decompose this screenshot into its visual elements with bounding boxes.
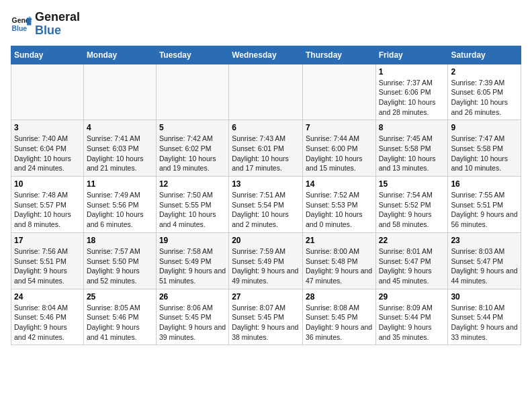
- day-cell: 23Sunrise: 8:03 AM Sunset: 5:47 PM Dayli…: [448, 232, 521, 289]
- day-number: 24: [14, 292, 81, 302]
- day-number: 23: [451, 236, 518, 245]
- day-cell: 25Sunrise: 8:05 AM Sunset: 5:46 PM Dayli…: [83, 289, 156, 345]
- day-info: Sunrise: 7:37 AM Sunset: 6:06 PM Dayligh…: [379, 78, 445, 118]
- day-number: 17: [14, 236, 81, 245]
- day-cell: 16Sunrise: 7:55 AM Sunset: 5:51 PM Dayli…: [448, 177, 521, 233]
- day-cell: 27Sunrise: 8:07 AM Sunset: 5:45 PM Dayli…: [229, 289, 303, 345]
- day-cell: 9Sunrise: 7:47 AM Sunset: 5:58 PM Daylig…: [448, 120, 521, 177]
- day-number: 25: [87, 292, 153, 302]
- day-cell: 10Sunrise: 7:48 AM Sunset: 5:57 PM Dayli…: [11, 177, 84, 233]
- day-number: 20: [232, 236, 300, 245]
- day-cell: 15Sunrise: 7:54 AM Sunset: 5:52 PM Dayli…: [375, 177, 448, 233]
- day-number: 8: [379, 123, 445, 132]
- day-number: 3: [14, 123, 81, 132]
- day-number: 21: [306, 236, 373, 245]
- week-row-4: 17Sunrise: 7:56 AM Sunset: 5:51 PM Dayli…: [11, 232, 521, 289]
- day-number: 1: [379, 67, 445, 77]
- day-info: Sunrise: 7:57 AM Sunset: 5:50 PM Dayligh…: [87, 246, 153, 286]
- day-number: 18: [87, 236, 153, 245]
- day-number: 16: [451, 179, 518, 189]
- weekday-header-wednesday: Wednesday: [229, 46, 303, 64]
- day-number: 14: [306, 179, 373, 189]
- day-info: Sunrise: 8:06 AM Sunset: 5:45 PM Dayligh…: [159, 303, 226, 342]
- day-number: 9: [451, 123, 518, 132]
- day-cell: 4Sunrise: 7:41 AM Sunset: 6:03 PM Daylig…: [83, 120, 156, 177]
- day-cell: 3Sunrise: 7:40 AM Sunset: 6:04 PM Daylig…: [11, 120, 84, 177]
- day-cell: [11, 64, 84, 120]
- day-number: 22: [379, 236, 445, 245]
- day-info: Sunrise: 7:56 AM Sunset: 5:51 PM Dayligh…: [14, 246, 81, 286]
- day-info: Sunrise: 7:54 AM Sunset: 5:52 PM Dayligh…: [379, 190, 445, 230]
- day-cell: 21Sunrise: 8:00 AM Sunset: 5:48 PM Dayli…: [302, 232, 375, 289]
- day-cell: 14Sunrise: 7:52 AM Sunset: 5:53 PM Dayli…: [302, 177, 375, 233]
- weekday-header-row: SundayMondayTuesdayWednesdayThursdayFrid…: [11, 46, 521, 64]
- week-row-1: 1Sunrise: 7:37 AM Sunset: 6:06 PM Daylig…: [11, 64, 521, 120]
- day-info: Sunrise: 7:50 AM Sunset: 5:55 PM Dayligh…: [159, 190, 226, 230]
- top-area: General Blue General Blue: [11, 11, 521, 40]
- day-number: 26: [159, 292, 226, 302]
- day-info: Sunrise: 7:42 AM Sunset: 6:02 PM Dayligh…: [159, 134, 226, 173]
- logo-general: General: [35, 11, 80, 24]
- day-cell: 29Sunrise: 8:09 AM Sunset: 5:44 PM Dayli…: [375, 289, 448, 345]
- day-info: Sunrise: 7:55 AM Sunset: 5:51 PM Dayligh…: [451, 190, 518, 230]
- day-info: Sunrise: 7:51 AM Sunset: 5:54 PM Dayligh…: [232, 190, 300, 230]
- day-number: 2: [451, 67, 518, 77]
- day-info: Sunrise: 8:10 AM Sunset: 5:44 PM Dayligh…: [451, 303, 518, 342]
- day-cell: 17Sunrise: 7:56 AM Sunset: 5:51 PM Dayli…: [11, 232, 84, 289]
- day-cell: 30Sunrise: 8:10 AM Sunset: 5:44 PM Dayli…: [448, 289, 521, 345]
- day-info: Sunrise: 7:41 AM Sunset: 6:03 PM Dayligh…: [87, 134, 153, 173]
- day-number: 15: [379, 179, 445, 189]
- week-row-5: 24Sunrise: 8:04 AM Sunset: 5:46 PM Dayli…: [11, 289, 521, 345]
- day-info: Sunrise: 8:00 AM Sunset: 5:48 PM Dayligh…: [306, 246, 373, 286]
- day-info: Sunrise: 7:44 AM Sunset: 6:00 PM Dayligh…: [306, 134, 373, 173]
- weekday-header-sunday: Sunday: [11, 46, 84, 64]
- day-cell: 28Sunrise: 8:08 AM Sunset: 5:45 PM Dayli…: [302, 289, 375, 345]
- weekday-header-saturday: Saturday: [448, 46, 521, 64]
- day-cell: 18Sunrise: 7:57 AM Sunset: 5:50 PM Dayli…: [83, 232, 156, 289]
- day-cell: [156, 64, 228, 120]
- day-info: Sunrise: 7:52 AM Sunset: 5:53 PM Dayligh…: [306, 190, 373, 230]
- calendar-body: 1Sunrise: 7:37 AM Sunset: 6:06 PM Daylig…: [11, 64, 521, 345]
- day-number: 28: [306, 292, 373, 302]
- day-cell: 24Sunrise: 8:04 AM Sunset: 5:46 PM Dayli…: [11, 289, 84, 345]
- svg-marker-2: [27, 17, 31, 25]
- weekday-header-monday: Monday: [83, 46, 156, 64]
- day-number: 6: [232, 123, 300, 132]
- day-cell: 26Sunrise: 8:06 AM Sunset: 5:45 PM Dayli…: [156, 289, 228, 345]
- day-cell: [229, 64, 303, 120]
- day-cell: 5Sunrise: 7:42 AM Sunset: 6:02 PM Daylig…: [156, 120, 228, 177]
- logo-icon: General Blue: [11, 13, 32, 35]
- day-info: Sunrise: 7:39 AM Sunset: 6:05 PM Dayligh…: [451, 78, 518, 118]
- day-number: 4: [87, 123, 153, 132]
- day-cell: 13Sunrise: 7:51 AM Sunset: 5:54 PM Dayli…: [229, 177, 303, 233]
- day-number: 12: [159, 179, 226, 189]
- day-info: Sunrise: 8:09 AM Sunset: 5:44 PM Dayligh…: [379, 303, 445, 342]
- weekday-header-friday: Friday: [375, 46, 448, 64]
- day-number: 13: [232, 179, 300, 189]
- day-number: 5: [159, 123, 226, 132]
- week-row-3: 10Sunrise: 7:48 AM Sunset: 5:57 PM Dayli…: [11, 177, 521, 233]
- day-cell: 22Sunrise: 8:01 AM Sunset: 5:47 PM Dayli…: [375, 232, 448, 289]
- weekday-header-tuesday: Tuesday: [156, 46, 228, 64]
- day-number: 27: [232, 292, 300, 302]
- day-info: Sunrise: 7:49 AM Sunset: 5:56 PM Dayligh…: [87, 190, 153, 230]
- day-cell: 7Sunrise: 7:44 AM Sunset: 6:00 PM Daylig…: [302, 120, 375, 177]
- day-cell: 2Sunrise: 7:39 AM Sunset: 6:05 PM Daylig…: [448, 64, 521, 120]
- day-number: 10: [14, 179, 81, 189]
- day-info: Sunrise: 8:08 AM Sunset: 5:45 PM Dayligh…: [306, 303, 373, 342]
- day-cell: 19Sunrise: 7:58 AM Sunset: 5:49 PM Dayli…: [156, 232, 228, 289]
- logo-blue: Blue: [35, 24, 80, 38]
- day-number: 7: [306, 123, 373, 132]
- day-info: Sunrise: 7:40 AM Sunset: 6:04 PM Dayligh…: [14, 134, 81, 173]
- day-cell: [83, 64, 156, 120]
- day-info: Sunrise: 7:58 AM Sunset: 5:49 PM Dayligh…: [159, 246, 226, 286]
- day-info: Sunrise: 7:45 AM Sunset: 5:58 PM Dayligh…: [379, 134, 445, 173]
- day-cell: 6Sunrise: 7:43 AM Sunset: 6:01 PM Daylig…: [229, 120, 303, 177]
- day-number: 29: [379, 292, 445, 302]
- day-number: 30: [451, 292, 518, 302]
- day-number: 19: [159, 236, 226, 245]
- day-number: 11: [87, 179, 153, 189]
- day-cell: [302, 64, 375, 120]
- day-info: Sunrise: 8:01 AM Sunset: 5:47 PM Dayligh…: [379, 246, 445, 286]
- day-info: Sunrise: 8:05 AM Sunset: 5:46 PM Dayligh…: [87, 303, 153, 342]
